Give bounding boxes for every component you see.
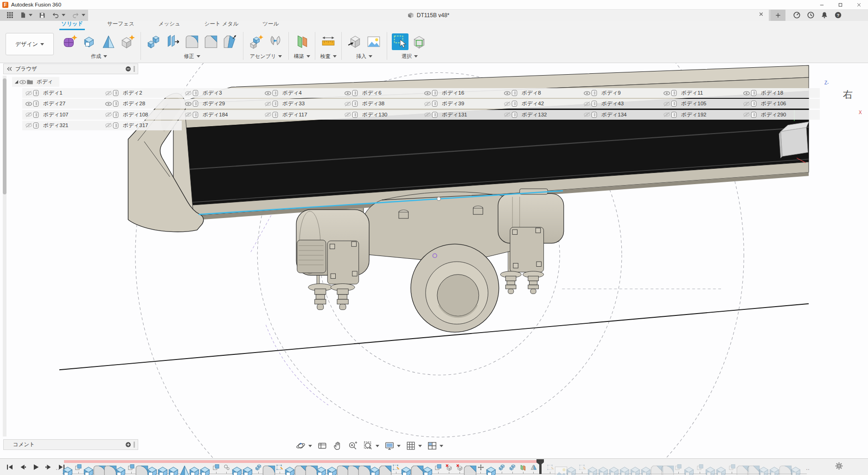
browser-item-ボディ28[interactable]: ボディ28 [102,99,182,109]
eye-icon[interactable] [185,101,192,107]
file-button[interactable] [17,10,35,20]
browser-item-ボディ317[interactable]: ボディ317 [102,121,182,130]
browser-item-ボディ43[interactable]: ボディ43 [581,99,660,109]
browser-item-ボディ321[interactable]: ボディ321 [22,121,102,130]
extrude-button[interactable] [81,32,98,51]
extrude-feature[interactable] [568,464,575,475]
save-button[interactable] [36,10,48,20]
joint-button[interactable] [267,32,284,51]
eye-off-icon[interactable] [583,101,591,107]
pattern-feature[interactable] [434,464,442,475]
browser-item-ボディ108[interactable]: ボディ108 [102,110,182,120]
group-label-構築[interactable]: 構築 [294,53,310,60]
mirror-feature[interactable] [530,464,537,475]
eye-off-icon[interactable] [264,101,272,107]
extensions-button[interactable] [793,11,801,19]
eye-off-icon[interactable] [583,112,591,117]
eye-icon[interactable] [25,101,32,107]
play-button[interactable] [31,462,41,472]
browser-item-ボディ2[interactable]: ボディ2 [102,88,182,98]
browser-item-ボディ6[interactable]: ボディ6 [341,88,421,98]
eye-off-icon[interactable] [25,122,32,128]
browser-item-ボディ117[interactable]: ボディ117 [262,110,341,120]
browser-item-ボディ33[interactable]: ボディ33 [262,99,341,109]
redo-button[interactable] [69,10,88,20]
job-status-button[interactable] [807,11,815,19]
display-settings-tool-button[interactable] [383,440,402,452]
offset-face-button[interactable] [164,32,182,51]
eye-off-icon[interactable] [25,112,32,117]
expand-panel-icon[interactable] [125,442,131,448]
revolve-button[interactable] [100,32,117,51]
new-body-button[interactable] [119,32,136,51]
browser-item-ボディ1[interactable]: ボディ1 [22,88,102,98]
maximize-button[interactable] [831,0,849,9]
browser-item-ボディ192[interactable]: ボディ192 [660,110,740,120]
browser-item-ボディ27[interactable]: ボディ27 [22,99,102,109]
browser-item-ボディ3[interactable]: ボディ3 [182,88,262,98]
orbit-tool-button[interactable] [295,440,313,452]
select-button[interactable] [391,32,409,51]
extrude-feature[interactable] [64,464,72,475]
extrude-feature[interactable] [487,464,495,475]
eye-icon[interactable] [663,90,670,96]
new-component-button[interactable] [248,32,265,51]
eye-off-icon[interactable] [185,112,192,117]
extrude-feature[interactable] [685,464,693,475]
edge-midpoint-handle[interactable] [437,197,440,201]
presspull-feature[interactable] [498,464,506,475]
eye-off-icon[interactable] [424,101,431,107]
eye-off-icon[interactable] [504,101,511,107]
grid-display-tool-button[interactable] [405,440,423,452]
eye-icon[interactable] [105,101,112,107]
go-to-start-button[interactable] [5,462,15,472]
press-pull-button[interactable] [145,32,163,51]
app-grid-button[interactable] [4,10,16,20]
browser-scrollbar-thumb[interactable] [3,78,6,194]
browser-item-ボディ18[interactable]: ボディ18 [740,88,820,98]
look-at-tool-button[interactable] [316,440,328,452]
eye-icon[interactable] [424,90,431,96]
eye-off-icon[interactable] [663,101,670,107]
eye-off-icon[interactable] [424,112,431,117]
extrude-feature[interactable] [792,464,800,475]
eye-off-icon[interactable] [264,112,272,117]
canvas-button[interactable] [365,32,383,51]
eye-off-icon[interactable] [105,122,112,128]
plane-feature[interactable] [519,464,527,475]
measure-button[interactable] [319,32,337,51]
eye-off-icon[interactable] [25,90,32,96]
browser-item-ボディ106[interactable]: ボディ106 [740,99,820,109]
create-form-button[interactable] [62,32,79,51]
timeline-settings-gear-icon[interactable] [835,462,843,470]
group-label-挿入[interactable]: 挿入 [356,53,372,60]
construction-plane-button[interactable] [293,32,311,51]
timeline-marker[interactable] [539,464,542,474]
browser-item-ボディ29[interactable]: ボディ29 [182,99,262,109]
eye-icon[interactable] [504,90,511,96]
collapse-panel-icon[interactable] [6,66,13,72]
comments-panel-header[interactable]: コメント [3,439,138,450]
extrude-feature[interactable] [202,464,210,475]
extrude-feature[interactable] [424,464,432,475]
eye-off-icon[interactable] [185,90,192,96]
window-select-button[interactable] [410,32,428,51]
eye-off-icon[interactable] [344,112,351,117]
pattern-feature[interactable] [212,464,220,475]
browser-item-ボディ16[interactable]: ボディ16 [421,88,501,98]
presspull-feature[interactable] [509,464,517,475]
browser-item-ボディ130[interactable]: ボディ130 [341,110,421,120]
tab-シート メタル[interactable]: シート メタル [203,19,241,30]
eye-off-icon[interactable] [504,112,511,117]
browser-root-bodies[interactable]: ボディ [12,77,59,87]
tab-サーフェス[interactable]: サーフェス [105,19,136,30]
fillet-feature[interactable] [664,464,672,475]
browser-item-ボディ184[interactable]: ボディ184 [182,110,262,120]
step-back-button[interactable] [18,462,28,472]
pan-tool-button[interactable] [332,440,344,452]
fillet-button[interactable] [183,32,201,51]
browser-item-ボディ105[interactable]: ボディ105 [660,99,740,109]
browser-scrollbar[interactable] [3,76,6,436]
panel-grip-handle[interactable] [134,66,135,72]
close-button[interactable] [849,0,868,9]
